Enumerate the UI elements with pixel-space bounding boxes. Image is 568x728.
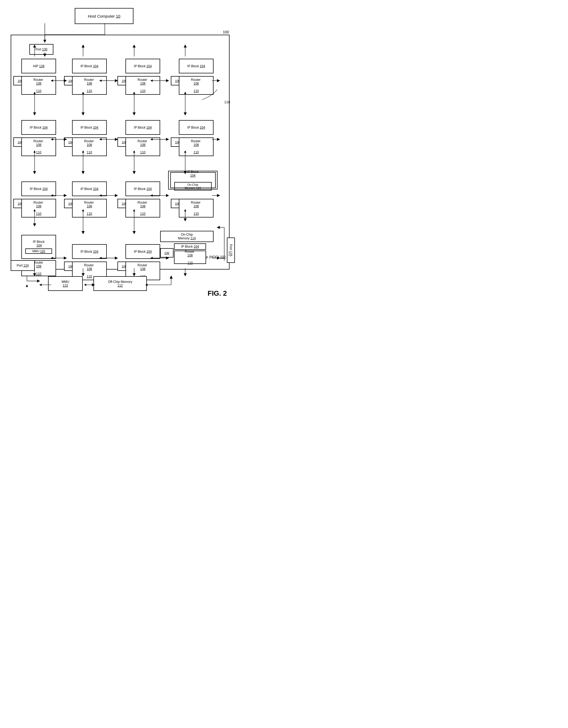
router-r1c3: Router 108 110 [179, 137, 214, 156]
router-r2c0: Router 108 110 [21, 199, 56, 217]
cell-r0c0: HIP 128 106 Router 108 110 [13, 59, 59, 108]
cell-r1c0: IP Block 104 106 Router 108 110 [13, 120, 59, 169]
cell-r0c1: IP Block 104 106 Router 108 110 [64, 59, 109, 108]
ipblock-r1c1: IP Block 104 [72, 120, 107, 135]
ipblock-r1c2: IP Block 104 [125, 120, 160, 135]
ipblock-r1c3: IP Block 104 [179, 120, 214, 135]
ipblock-r2c2: IP Block 104 [125, 181, 160, 196]
router-r2c2: Router 108 110 [125, 199, 160, 217]
cell-r1c3: IP Block 104 106 Router 108 110 [171, 120, 216, 169]
cell-r1c1: IP Block 104 106 Router 108 110 [64, 120, 109, 169]
hip-128-box: HIP 128 [21, 59, 56, 73]
router-r0c3: Router 108 110 [179, 76, 214, 95]
router-r0c0: Router 108 110 [21, 76, 56, 95]
ipblock-r3c1: IP Block 104 [72, 244, 107, 259]
router-r2c1: Router 108 110 [72, 199, 107, 217]
ipblock-r3c2: IP Block 104 [125, 244, 160, 259]
ref-100: 100 [223, 30, 229, 34]
cell-r2c2: IP Block 104 106 Router 108 110 [117, 181, 163, 231]
ipblock-r2c0: IP Block 104 [21, 181, 56, 196]
port-124-box: Port 124 [11, 260, 35, 271]
router-r2c3: Router 108 110 [179, 199, 214, 217]
offchip-memory-box: Off-Chip Memory 112 [93, 276, 147, 291]
ipblock-r0c1: IP Block 104 [72, 59, 107, 73]
cell-r0c3: IP Block 104 106 Router 108 110 [171, 59, 216, 108]
router-r0c2: Router 108 110 [125, 76, 160, 95]
port-126-box: Port 126 [227, 238, 235, 263]
router-r1c0: Router 108 110 [21, 137, 56, 156]
fig-label: FIG. 2 [208, 289, 227, 298]
mmu-122-box: MMU 122 [48, 276, 83, 291]
host-computer-label: Host Computer 10 [88, 14, 120, 18]
diagram: Host Computer 10 Network On Chip (NOC) 1… [5, 5, 235, 299]
router-r0c1: Router 108 110 [72, 76, 107, 95]
cell-r2c3: 106 Router 108 110 [171, 181, 216, 231]
ref-118: 118 [224, 100, 230, 104]
ipblock-r2c1: IP Block 104 [72, 181, 107, 196]
ipblock-r0c3: IP Block 104 [179, 59, 214, 73]
router-r1c1: Router 108 110 [72, 137, 107, 156]
cell-r1c2: IP Block 104 106 Router 108 110 [117, 120, 163, 169]
cell-r2c0: IP Block 104 106 Router 108 110 [13, 181, 59, 231]
host-computer-box: Host Computer 10 [75, 8, 133, 24]
cell-r3c3-special: On-ChipMemory 114 106 IP Block 104 Route… [160, 231, 214, 264]
ipblock-r0c2: IP Block 104 [125, 59, 160, 73]
cell-r2c1: IP Block 104 106 Router 108 110 [64, 181, 109, 231]
cell-r0c2: IP Block 104 106 Router 108 110 [117, 59, 163, 108]
port-130-box: Port 130 [29, 44, 53, 55]
ipblock-r1c0: IP Block 104 [21, 120, 56, 135]
router-r1c2: Router 108 110 [125, 137, 160, 156]
